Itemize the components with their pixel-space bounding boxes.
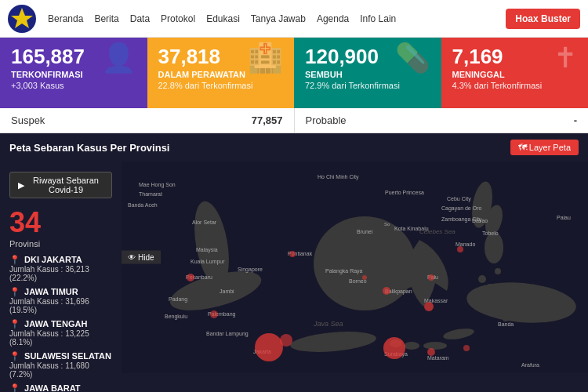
svg-point-17 — [495, 268, 501, 274]
stat-treatment: 🏥 37,818 DALAM PERAWATAN 22.8% dari Terk… — [147, 38, 295, 108]
svg-text:Malaysia: Malaysia — [196, 247, 218, 253]
svg-text:Cagayan de Oro: Cagayan de Oro — [441, 205, 481, 212]
stats-row: 👤 165,887 TERKONFIRMASI +3,003 Kasus 🏥 3… — [0, 38, 588, 108]
svg-point-59 — [280, 334, 292, 347]
map-visual: Banda Aceh Alor Setar Malaysia Kuala Lum… — [122, 162, 588, 373]
deceased-icon: ✝ — [554, 42, 577, 74]
svg-point-70 — [362, 275, 367, 280]
confirmed-icon: 👤 — [101, 42, 136, 74]
svg-text:Manado: Manado — [456, 241, 475, 247]
svg-point-69 — [463, 345, 470, 351]
svg-text:Java Sea: Java Sea — [313, 320, 343, 328]
svg-text:Arafura: Arafura — [521, 362, 539, 368]
svg-text:Banda: Banda — [498, 321, 514, 327]
svg-text:Palangka Raya: Palangka Raya — [325, 268, 363, 274]
svg-text:Singapore: Singapore — [238, 267, 263, 273]
province-count: 34 — [9, 206, 112, 239]
svg-point-63 — [383, 287, 390, 295]
logo-area — [8, 5, 36, 33]
svg-point-16 — [487, 284, 493, 290]
riwayat-button[interactable]: ▶ Riwayat Sebaran Covid-19 — [9, 172, 112, 198]
play-icon: ▶ — [18, 180, 24, 191]
deceased-sub: 4.3% dari Terkonfirmasi — [452, 81, 578, 90]
logo-icon — [8, 5, 36, 33]
pin-icon-4: 📍 — [9, 383, 20, 392]
nav-data[interactable]: Data — [130, 13, 150, 24]
recovered-sub: 72.9% dari Terkonfirmasi — [305, 81, 430, 90]
svg-point-18 — [485, 232, 503, 263]
nav-tanyajawab[interactable]: Tanya Jawab — [251, 13, 306, 24]
suspek-cell: Suspek 77,857 — [0, 108, 295, 132]
pin-icon-3: 📍 — [9, 351, 20, 361]
province-item-3: 📍 SULAWESI SELATAN Jumlah Kasus : 11,680… — [9, 351, 112, 379]
svg-text:Palau: Palau — [557, 215, 571, 220]
province-item-2: 📍 JAWA TENGAH Jumlah Kasus : 13,225 (8.1… — [9, 319, 112, 347]
nav-edukasi[interactable]: Edukasi — [206, 13, 240, 24]
svg-point-65 — [289, 251, 296, 257]
hide-button[interactable]: 👁 Hide — [122, 250, 161, 263]
svg-text:Padang: Padang — [169, 296, 187, 303]
nav-infolain[interactable]: Info Lain — [360, 13, 396, 24]
treatment-icon: 🏥 — [248, 42, 283, 74]
map-content: ▶ Riwayat Sebaran Covid-19 34 Provinsi 📍… — [0, 162, 588, 373]
nav-berita[interactable]: Berita — [94, 13, 118, 24]
svg-text:Bengkulu: Bengkulu — [165, 314, 187, 320]
svg-point-64 — [457, 246, 463, 252]
svg-point-13 — [404, 342, 419, 350]
pin-icon-1: 📍 — [9, 287, 20, 296]
province-item-1: 📍 JAWA TIMUR Jumlah Kasus : 31,696 (19.5… — [9, 287, 112, 314]
svg-point-61 — [424, 302, 434, 311]
main-nav: Beranda Berita Data Protokol Edukasi Tan… — [48, 13, 506, 24]
suspek-value: 77,857 — [252, 114, 283, 126]
header: Beranda Berita Data Protokol Edukasi Tan… — [0, 0, 588, 38]
svg-text:Thamarat: Thamarat — [139, 191, 162, 197]
svg-text:Banda Aceh: Banda Aceh — [128, 202, 158, 208]
svg-text:Ho Chi Minh City: Ho Chi Minh City — [318, 174, 359, 180]
svg-text:Jambi: Jambi — [220, 289, 234, 294]
nav-protokol[interactable]: Protokol — [161, 13, 195, 24]
svg-point-15 — [478, 275, 486, 283]
stat-deceased: ✝ 7,169 MENINGGAL 4.3% dari Terkonfirmas… — [441, 38, 589, 108]
recovered-icon: 💊 — [395, 42, 430, 74]
map-header: Peta Sebaran Kasus Per Provinsi 🗺 Layer … — [0, 133, 588, 162]
nav-agenda[interactable]: Agenda — [317, 13, 349, 24]
treatment-sub: 22.8% dari Terkonfirmasi — [158, 81, 284, 90]
svg-text:Kuala Lumpur: Kuala Lumpur — [191, 259, 225, 265]
svg-text:Mae Hong Son: Mae Hong Son — [139, 182, 176, 188]
probable-cell: Probable - — [295, 108, 589, 132]
svg-text:Tobelo: Tobelo — [482, 230, 499, 236]
nav-beranda[interactable]: Beranda — [48, 13, 83, 24]
svg-point-67 — [427, 348, 435, 356]
svg-text:Celebes Sea: Celebes Sea — [419, 228, 456, 235]
layer-peta-button[interactable]: 🗺 Layer Peta — [510, 140, 579, 155]
svg-text:Alor Setar: Alor Setar — [192, 220, 217, 225]
svg-text:Cebu City: Cebu City — [447, 196, 471, 202]
eye-icon: 👁 — [128, 252, 136, 261]
svg-point-66 — [210, 310, 218, 318]
province-label: Provinsi — [9, 239, 112, 249]
svg-point-19 — [503, 315, 509, 321]
info-row: Suspek 77,857 Probable - — [0, 108, 588, 133]
map-title: Peta Sebaran Kasus Per Provinsi — [9, 142, 169, 154]
pin-icon-0: 📍 — [9, 255, 20, 264]
province-item-4: 📍 JAWA BARAT — [9, 383, 112, 392]
map-area: Peta Sebaran Kasus Per Provinsi 🗺 Layer … — [0, 133, 588, 392]
svg-text:Brunei: Brunei — [357, 229, 373, 234]
province-list: 📍 DKI JAKARTA Jumlah Kasus : 36,213 (22.… — [9, 255, 112, 392]
svg-text:Mataram: Mataram — [427, 355, 449, 361]
layer-icon: 🗺 — [518, 143, 529, 152]
svg-point-62 — [187, 274, 194, 281]
svg-point-58 — [255, 333, 283, 361]
svg-text:Puerto Princesa: Puerto Princesa — [385, 190, 424, 195]
hoax-buster-button[interactable]: Hoax Buster — [506, 9, 580, 29]
svg-point-14 — [423, 342, 447, 350]
pin-icon-2: 📍 — [9, 319, 20, 328]
map-sidebar: ▶ Riwayat Sebaran Covid-19 34 Provinsi 📍… — [0, 162, 122, 373]
probable-label: Probable — [306, 114, 347, 126]
probable-value: - — [574, 114, 577, 126]
stat-confirmed: 👤 165,887 TERKONFIRMASI +3,003 Kasus — [0, 38, 147, 108]
map-svg: Banda Aceh Alor Setar Malaysia Kuala Lum… — [122, 162, 588, 373]
svg-text:Davao: Davao — [472, 218, 488, 223]
svg-text:Bandar Lampung: Bandar Lampung — [206, 331, 249, 337]
svg-text:So: So — [384, 222, 390, 227]
